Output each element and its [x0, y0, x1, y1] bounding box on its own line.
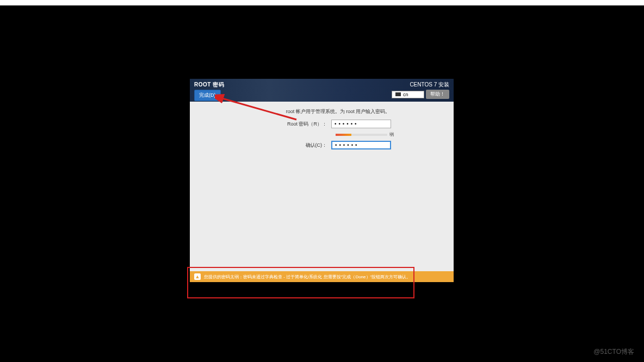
keyboard-layout-selector[interactable]: cn	[392, 91, 424, 98]
installer-window: ROOT 密码 完成(D) CENTOS 7 安装 cn 帮助！ root 帐户…	[190, 79, 454, 282]
window-header: ROOT 密码 完成(D) CENTOS 7 安装 cn 帮助！	[190, 79, 454, 102]
header-left: ROOT 密码 完成(D)	[194, 81, 392, 101]
keyboard-layout-value: cn	[403, 92, 408, 97]
confirm-row: 确认(C)：	[212, 141, 432, 149]
strength-label: 弱	[389, 132, 394, 138]
confirm-password-input[interactable]	[331, 141, 391, 149]
strength-row: 弱	[212, 132, 432, 138]
strength-fill	[336, 134, 351, 136]
top-white-strip	[0, 0, 644, 5]
install-suite-title: CENTOS 7 安装	[410, 81, 449, 89]
header-controls: cn 帮助！	[392, 90, 449, 99]
confirm-label: 确认(C)：	[212, 142, 331, 149]
password-row: Root 密码（R）：	[212, 120, 432, 128]
keyboard-icon	[395, 92, 401, 96]
warning-icon: ▲	[194, 273, 201, 280]
page-title: ROOT 密码	[194, 81, 392, 89]
password-label: Root 密码（R）：	[212, 121, 331, 128]
help-button[interactable]: 帮助！	[426, 90, 449, 99]
root-password-description: root 帐户用于管理系统。为 root 用户输入密码。	[244, 108, 432, 115]
warning-bar: ▲ 您提供的密码太弱：密码未通过字典检查 - 过于简单化/系统化 您需要按"完成…	[190, 271, 454, 282]
header-right: CENTOS 7 安装 cn 帮助！	[392, 81, 449, 99]
root-password-input[interactable]	[331, 120, 391, 128]
done-button[interactable]: 完成(D)	[194, 90, 221, 101]
content-area: root 帐户用于管理系统。为 root 用户输入密码。 Root 密码（R）：…	[190, 102, 454, 282]
warning-text: 您提供的密码太弱：密码未通过字典检查 - 过于简单化/系统化 您需要按"完成（D…	[204, 274, 411, 280]
watermark-text: @51CTO博客	[593, 347, 634, 357]
password-strength-bar	[336, 134, 387, 136]
